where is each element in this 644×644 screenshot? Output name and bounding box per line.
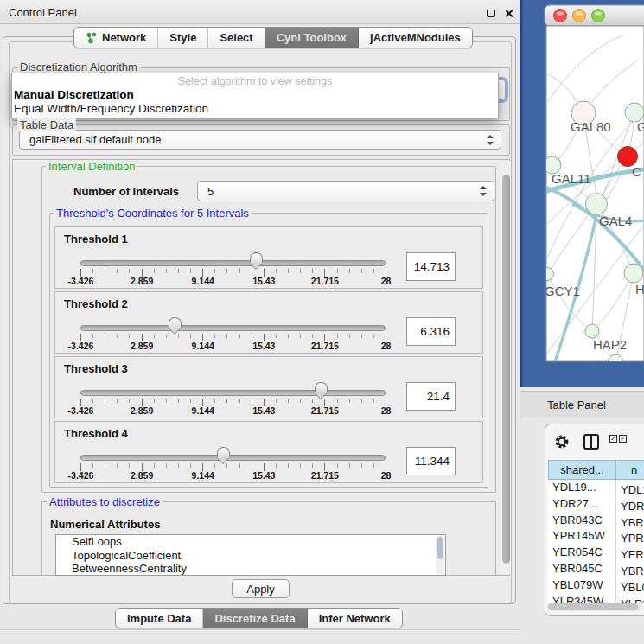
table-row[interactable]: YBR045CYBR0 [548, 562, 644, 578]
tick-label: 28 [381, 405, 392, 416]
number-of-intervals-combo[interactable]: 5 [197, 181, 494, 201]
threshold-panel: Threshold 4 -3.4262.8599.14415.4321.7152… [54, 421, 483, 483]
table-row[interactable]: YDR27...YDR2 [548, 497, 644, 513]
tab-impute-data[interactable]: Impute Data [116, 609, 203, 628]
number-of-intervals-label: Number of Intervals [73, 185, 179, 198]
threshold-slider-thumb[interactable] [250, 252, 263, 263]
table-data-title: Table Data [17, 118, 76, 131]
threshold-slider-track[interactable] [80, 260, 386, 266]
threshold-value-field[interactable]: 21.4 [406, 382, 456, 411]
algorithm-popup-hint: Select algorithm to view settings [12, 75, 498, 87]
tick-label: 2.859 [131, 470, 153, 481]
tab-network[interactable]: Network [74, 28, 158, 48]
threshold-value-field[interactable]: 14.713 [406, 252, 456, 281]
label-gal4: GAL4 [599, 214, 632, 228]
node-h[interactable] [624, 264, 643, 283]
tick-label: 15.43 [252, 276, 275, 286]
threshold-value-field[interactable]: 11.344 [406, 447, 456, 475]
checkbox-icon: ✓ [619, 435, 627, 443]
attribute-list-item[interactable]: TopologicalCoefficient [56, 549, 445, 563]
tab-select[interactable]: Select [208, 28, 265, 48]
discretization-algorithm-title: Discretization Algorithm [17, 61, 140, 73]
tick-label: 9.144 [192, 405, 214, 416]
column-header-shared-name-label: shared... [560, 463, 604, 476]
thresholds-list: Threshold 1 -3.4262.8599.14415.4321.7152… [54, 226, 483, 486]
cell-shared-name: YER054C [548, 545, 615, 558]
close-icon[interactable] [504, 9, 513, 18]
number-of-intervals-value: 5 [207, 185, 214, 198]
threshold-slider-thumb[interactable] [315, 382, 328, 392]
node-table-rows[interactable]: YDL19...YDL1YDR27...YDR2YBR043CYBR0YPR14… [548, 481, 644, 603]
settings-scrollbar-thumb[interactable] [502, 175, 510, 564]
tick-label: 15.43 [252, 470, 275, 481]
tab-discretize-data[interactable]: Discretize Data [203, 609, 307, 628]
attributes-scrollbar-thumb[interactable] [437, 537, 443, 559]
table-row[interactable]: YLR345WYLR3 [548, 595, 644, 603]
table-row[interactable]: YBR043CYBR0 [548, 513, 644, 530]
attribute-list-item[interactable]: BetweennessCentrality [56, 562, 445, 576]
tick-label: -3.426 [68, 405, 94, 416]
tick-label: 21.715 [311, 470, 339, 481]
threshold-panel: Threshold 2 -3.4262.8599.14415.4321.7152… [54, 291, 483, 354]
cell-name: YBR0 [615, 564, 644, 577]
tick-label: 15.43 [252, 405, 275, 416]
tab-discretize-data-label: Discretize Data [214, 612, 295, 625]
tab-jactivemnodules[interactable]: jActiveMNodules [359, 28, 472, 48]
network-view-window[interactable]: GAL80 G. C GAL11 GAL4 GCY1 H HAP2 [520, 0, 644, 387]
columns-icon[interactable] [583, 434, 599, 450]
cell-name: YER0 [615, 548, 644, 561]
node-gal4[interactable] [586, 194, 608, 215]
bottom-tabbar: Impute Data Discretize Data Infer Networ… [115, 608, 403, 628]
column-header-name[interactable]: n [615, 460, 644, 480]
tab-infer-network[interactable]: Infer Network [308, 609, 402, 628]
column-divider [615, 480, 616, 603]
table-row[interactable]: YPR145WYPR1 [548, 529, 644, 545]
float-window-icon[interactable] [487, 10, 495, 17]
numerical-attributes-list[interactable]: SelfLoopsTopologicalCoefficientBetweenne… [55, 534, 446, 576]
checkbox-icon: ✓ [609, 435, 617, 443]
minimize-traffic-light[interactable] [573, 10, 586, 22]
close-traffic-light[interactable] [554, 10, 567, 22]
threshold-value-field[interactable]: 6.316 [406, 317, 456, 346]
zoom-traffic-light[interactable] [592, 10, 605, 22]
tick-label: 9.144 [192, 470, 214, 481]
cell-shared-name: YBR043C [548, 513, 615, 526]
attribute-list-item[interactable]: SelfLoops [56, 535, 445, 549]
column-header-shared-name[interactable]: shared... [548, 460, 616, 480]
tick-label: -3.426 [68, 470, 94, 481]
tab-cyni-toolbox[interactable]: Cyni Toolbox [265, 28, 359, 48]
tick-label: 21.715 [311, 405, 339, 416]
cell-shared-name: YDR27... [548, 497, 615, 510]
cell-shared-name: YBL079W [548, 578, 615, 591]
table-row[interactable]: YBL079WYBL0 [548, 578, 644, 595]
attributes-scrollbar-track[interactable] [436, 536, 444, 576]
slider-ticks [80, 334, 387, 341]
label-h-partial: H [635, 282, 644, 296]
threshold-slider-track[interactable] [80, 325, 386, 331]
table-row[interactable]: YDL19...YDL1 [548, 481, 644, 497]
table-data-combo[interactable]: galFiltered.sif default node [19, 130, 501, 150]
table-hscrollbar-track[interactable] [547, 603, 643, 611]
threshold-slider-track[interactable] [80, 390, 386, 396]
tab-infer-network-label: Infer Network [319, 612, 391, 625]
tab-style[interactable]: Style [158, 28, 208, 48]
gear-icon[interactable] [554, 434, 570, 450]
table-data-combo-value: galFiltered.sif default node [29, 133, 161, 146]
threshold-slider-thumb[interactable] [217, 447, 230, 457]
tick-label: 15.43 [252, 341, 275, 351]
threshold-slider-thumb[interactable] [169, 317, 182, 328]
cell-name: YBR0 [615, 516, 644, 529]
apply-button[interactable]: Apply [232, 579, 290, 598]
label-c-partial: C [632, 164, 641, 179]
tab-jactivemnodules-label: jActiveMNodules [370, 31, 461, 44]
select-columns-icon[interactable]: ✓ ✓ [609, 435, 627, 443]
table-hscrollbar-thumb[interactable] [548, 603, 638, 610]
cell-name: YPR1 [615, 532, 644, 545]
node-hap2[interactable] [585, 324, 599, 338]
tab-impute-data-label: Impute Data [127, 612, 191, 625]
threshold-slider-track[interactable] [80, 455, 386, 461]
popup-option-equal-width-frequency[interactable]: Equal Width/Frequency Discretization [14, 102, 208, 115]
tick-label: 2.859 [131, 405, 153, 416]
popup-option-manual-discretization[interactable]: Manual Discretization [14, 88, 134, 101]
table-row[interactable]: YER054CYER0 [548, 545, 644, 562]
